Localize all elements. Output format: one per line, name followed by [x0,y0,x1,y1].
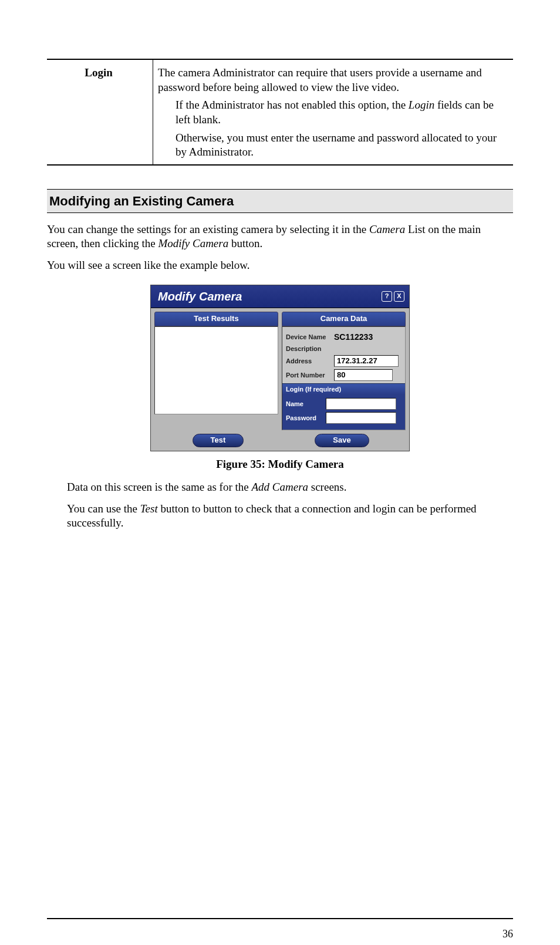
device-name-value: SC112233 [334,332,373,342]
after-paragraph-2: You can use the Test button to button to… [67,502,513,531]
login-description: The camera Administrator can require tha… [153,59,514,165]
modify-camera-dialog: Modify Camera ? X Test Results Camera Da… [150,285,410,452]
section-heading: Modifying an Existing Camera [47,189,513,213]
camera-data-header: Camera Data [282,312,406,326]
login-section-header: Login (If required) [282,383,405,394]
login-password-label: Password [286,414,323,422]
page-number: 36 [502,927,513,941]
address-input[interactable]: 172.31.2.27 [334,355,399,367]
intro-paragraph-2: You will see a screen like the example b… [47,258,513,273]
dialog-title-text: Modify Camera [158,289,242,304]
test-results-area [154,326,278,414]
camera-data-panel: Camera Data Device Name SC112233 Descrip… [282,312,406,431]
device-name-label: Device Name [286,333,332,341]
login-sub1: If the Administrator has not enabled thi… [176,98,506,127]
login-sub2: Otherwise, you must enter the username a… [176,131,506,160]
page-footer: 36 [47,918,513,919]
port-label: Port Number [286,371,332,379]
intro-paragraph-1: You can change the settings for an exist… [47,222,513,251]
address-label: Address [286,357,332,365]
test-results-header: Test Results [154,312,278,326]
close-icon[interactable]: X [394,291,404,302]
test-results-panel: Test Results [154,312,278,431]
dialog-titlebar: Modify Camera ? X [151,285,409,308]
after-paragraph-1: Data on this screen is the same as for t… [67,480,513,495]
modify-camera-figure: Modify Camera ? X Test Results Camera Da… [47,285,513,452]
login-main-text: The camera Administrator can require tha… [158,66,506,95]
login-name-label: Name [286,400,323,408]
figure-caption: Figure 35: Modify Camera [47,457,513,472]
port-input[interactable]: 80 [334,369,393,381]
login-label: Login [47,59,153,165]
save-button[interactable]: Save [315,434,369,447]
login-definition-table: Login The camera Administrator can requi… [47,59,513,166]
help-icon[interactable]: ? [382,291,392,302]
test-button[interactable]: Test [193,434,244,447]
login-password-input[interactable] [326,412,396,424]
login-name-input[interactable] [326,398,396,410]
description-label: Description [286,345,332,353]
